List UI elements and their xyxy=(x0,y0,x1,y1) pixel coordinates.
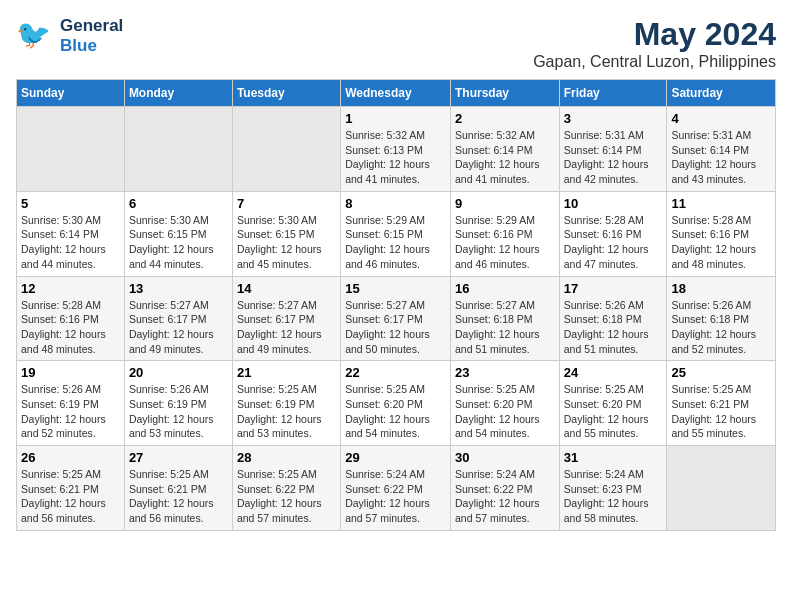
day-info: Sunrise: 5:32 AMSunset: 6:13 PMDaylight:… xyxy=(345,128,446,187)
day-number: 19 xyxy=(21,365,120,380)
day-info: Sunrise: 5:25 AMSunset: 6:20 PMDaylight:… xyxy=(345,382,446,441)
day-number: 23 xyxy=(455,365,555,380)
calendar-cell: 26Sunrise: 5:25 AMSunset: 6:21 PMDayligh… xyxy=(17,446,125,531)
calendar-week-row: 19Sunrise: 5:26 AMSunset: 6:19 PMDayligh… xyxy=(17,361,776,446)
day-number: 16 xyxy=(455,281,555,296)
day-info: Sunrise: 5:24 AMSunset: 6:22 PMDaylight:… xyxy=(455,467,555,526)
day-number: 30 xyxy=(455,450,555,465)
calendar-cell: 5Sunrise: 5:30 AMSunset: 6:14 PMDaylight… xyxy=(17,191,125,276)
day-info: Sunrise: 5:28 AMSunset: 6:16 PMDaylight:… xyxy=(21,298,120,357)
day-info: Sunrise: 5:24 AMSunset: 6:22 PMDaylight:… xyxy=(345,467,446,526)
day-info: Sunrise: 5:31 AMSunset: 6:14 PMDaylight:… xyxy=(671,128,771,187)
calendar-cell: 9Sunrise: 5:29 AMSunset: 6:16 PMDaylight… xyxy=(450,191,559,276)
calendar-week-row: 26Sunrise: 5:25 AMSunset: 6:21 PMDayligh… xyxy=(17,446,776,531)
calendar-cell: 7Sunrise: 5:30 AMSunset: 6:15 PMDaylight… xyxy=(232,191,340,276)
calendar-cell: 29Sunrise: 5:24 AMSunset: 6:22 PMDayligh… xyxy=(341,446,451,531)
day-info: Sunrise: 5:25 AMSunset: 6:21 PMDaylight:… xyxy=(129,467,228,526)
day-number: 1 xyxy=(345,111,446,126)
calendar-cell: 11Sunrise: 5:28 AMSunset: 6:16 PMDayligh… xyxy=(667,191,776,276)
day-info: Sunrise: 5:25 AMSunset: 6:22 PMDaylight:… xyxy=(237,467,336,526)
calendar-cell: 27Sunrise: 5:25 AMSunset: 6:21 PMDayligh… xyxy=(124,446,232,531)
logo-text-general: General xyxy=(60,16,123,36)
day-number: 24 xyxy=(564,365,663,380)
logo-text-blue: Blue xyxy=(60,36,123,56)
day-number: 2 xyxy=(455,111,555,126)
day-info: Sunrise: 5:25 AMSunset: 6:19 PMDaylight:… xyxy=(237,382,336,441)
calendar-cell: 31Sunrise: 5:24 AMSunset: 6:23 PMDayligh… xyxy=(559,446,667,531)
header-tuesday: Tuesday xyxy=(232,80,340,107)
day-info: Sunrise: 5:28 AMSunset: 6:16 PMDaylight:… xyxy=(564,213,663,272)
header-thursday: Thursday xyxy=(450,80,559,107)
calendar-week-row: 12Sunrise: 5:28 AMSunset: 6:16 PMDayligh… xyxy=(17,276,776,361)
day-number: 15 xyxy=(345,281,446,296)
calendar-header-row: SundayMondayTuesdayWednesdayThursdayFrid… xyxy=(17,80,776,107)
day-info: Sunrise: 5:24 AMSunset: 6:23 PMDaylight:… xyxy=(564,467,663,526)
day-number: 27 xyxy=(129,450,228,465)
calendar-cell: 14Sunrise: 5:27 AMSunset: 6:17 PMDayligh… xyxy=(232,276,340,361)
calendar-cell: 23Sunrise: 5:25 AMSunset: 6:20 PMDayligh… xyxy=(450,361,559,446)
day-info: Sunrise: 5:26 AMSunset: 6:19 PMDaylight:… xyxy=(129,382,228,441)
calendar-cell: 10Sunrise: 5:28 AMSunset: 6:16 PMDayligh… xyxy=(559,191,667,276)
day-number: 31 xyxy=(564,450,663,465)
day-number: 11 xyxy=(671,196,771,211)
day-info: Sunrise: 5:27 AMSunset: 6:17 PMDaylight:… xyxy=(129,298,228,357)
calendar-cell: 30Sunrise: 5:24 AMSunset: 6:22 PMDayligh… xyxy=(450,446,559,531)
calendar-cell: 12Sunrise: 5:28 AMSunset: 6:16 PMDayligh… xyxy=(17,276,125,361)
calendar-cell xyxy=(124,107,232,192)
page-title: May 2024 xyxy=(533,16,776,53)
calendar-cell: 20Sunrise: 5:26 AMSunset: 6:19 PMDayligh… xyxy=(124,361,232,446)
day-number: 28 xyxy=(237,450,336,465)
day-info: Sunrise: 5:25 AMSunset: 6:20 PMDaylight:… xyxy=(455,382,555,441)
calendar-cell: 25Sunrise: 5:25 AMSunset: 6:21 PMDayligh… xyxy=(667,361,776,446)
day-info: Sunrise: 5:32 AMSunset: 6:14 PMDaylight:… xyxy=(455,128,555,187)
day-number: 5 xyxy=(21,196,120,211)
calendar-cell: 8Sunrise: 5:29 AMSunset: 6:15 PMDaylight… xyxy=(341,191,451,276)
day-number: 21 xyxy=(237,365,336,380)
day-info: Sunrise: 5:30 AMSunset: 6:15 PMDaylight:… xyxy=(237,213,336,272)
day-number: 12 xyxy=(21,281,120,296)
calendar-cell: 22Sunrise: 5:25 AMSunset: 6:20 PMDayligh… xyxy=(341,361,451,446)
calendar-cell: 21Sunrise: 5:25 AMSunset: 6:19 PMDayligh… xyxy=(232,361,340,446)
header-sunday: Sunday xyxy=(17,80,125,107)
calendar-cell xyxy=(17,107,125,192)
calendar-cell: 28Sunrise: 5:25 AMSunset: 6:22 PMDayligh… xyxy=(232,446,340,531)
day-info: Sunrise: 5:25 AMSunset: 6:20 PMDaylight:… xyxy=(564,382,663,441)
calendar-cell: 16Sunrise: 5:27 AMSunset: 6:18 PMDayligh… xyxy=(450,276,559,361)
calendar-week-row: 1Sunrise: 5:32 AMSunset: 6:13 PMDaylight… xyxy=(17,107,776,192)
page-subtitle: Gapan, Central Luzon, Philippines xyxy=(533,53,776,71)
calendar-cell xyxy=(232,107,340,192)
day-number: 9 xyxy=(455,196,555,211)
day-number: 13 xyxy=(129,281,228,296)
calendar-cell: 4Sunrise: 5:31 AMSunset: 6:14 PMDaylight… xyxy=(667,107,776,192)
day-number: 29 xyxy=(345,450,446,465)
day-number: 3 xyxy=(564,111,663,126)
calendar-cell: 2Sunrise: 5:32 AMSunset: 6:14 PMDaylight… xyxy=(450,107,559,192)
calendar-cell: 1Sunrise: 5:32 AMSunset: 6:13 PMDaylight… xyxy=(341,107,451,192)
svg-text:🐦: 🐦 xyxy=(16,18,51,51)
calendar-cell: 17Sunrise: 5:26 AMSunset: 6:18 PMDayligh… xyxy=(559,276,667,361)
day-info: Sunrise: 5:29 AMSunset: 6:15 PMDaylight:… xyxy=(345,213,446,272)
calendar-week-row: 5Sunrise: 5:30 AMSunset: 6:14 PMDaylight… xyxy=(17,191,776,276)
day-number: 8 xyxy=(345,196,446,211)
logo: 🐦 General Blue xyxy=(16,16,123,56)
day-info: Sunrise: 5:25 AMSunset: 6:21 PMDaylight:… xyxy=(671,382,771,441)
day-info: Sunrise: 5:26 AMSunset: 6:19 PMDaylight:… xyxy=(21,382,120,441)
day-info: Sunrise: 5:27 AMSunset: 6:17 PMDaylight:… xyxy=(345,298,446,357)
calendar-cell: 3Sunrise: 5:31 AMSunset: 6:14 PMDaylight… xyxy=(559,107,667,192)
calendar-cell xyxy=(667,446,776,531)
day-number: 14 xyxy=(237,281,336,296)
day-info: Sunrise: 5:25 AMSunset: 6:21 PMDaylight:… xyxy=(21,467,120,526)
page-header: 🐦 General Blue May 2024 Gapan, Central L… xyxy=(16,16,776,71)
day-info: Sunrise: 5:27 AMSunset: 6:17 PMDaylight:… xyxy=(237,298,336,357)
day-number: 4 xyxy=(671,111,771,126)
day-number: 17 xyxy=(564,281,663,296)
calendar-cell: 24Sunrise: 5:25 AMSunset: 6:20 PMDayligh… xyxy=(559,361,667,446)
day-info: Sunrise: 5:30 AMSunset: 6:15 PMDaylight:… xyxy=(129,213,228,272)
day-number: 7 xyxy=(237,196,336,211)
calendar-cell: 15Sunrise: 5:27 AMSunset: 6:17 PMDayligh… xyxy=(341,276,451,361)
day-info: Sunrise: 5:30 AMSunset: 6:14 PMDaylight:… xyxy=(21,213,120,272)
logo-icon: 🐦 xyxy=(16,16,52,56)
day-info: Sunrise: 5:31 AMSunset: 6:14 PMDaylight:… xyxy=(564,128,663,187)
day-info: Sunrise: 5:29 AMSunset: 6:16 PMDaylight:… xyxy=(455,213,555,272)
day-info: Sunrise: 5:26 AMSunset: 6:18 PMDaylight:… xyxy=(671,298,771,357)
